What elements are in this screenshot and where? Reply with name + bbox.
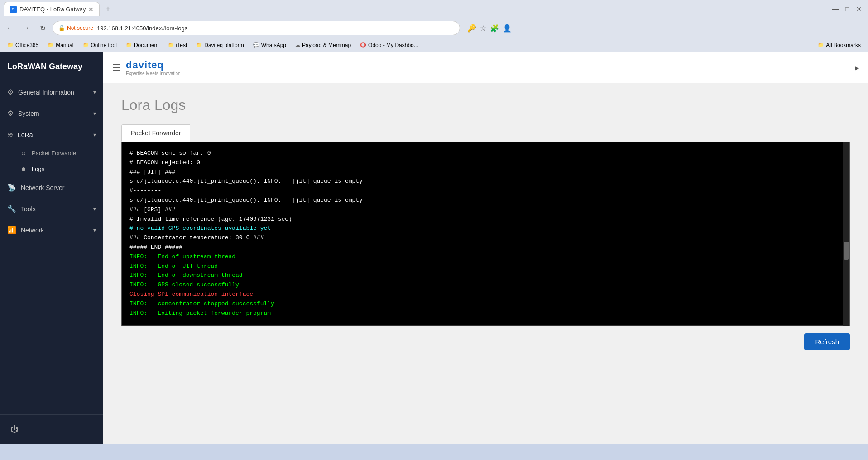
terminal-line: INFO: End of JIT thread bbox=[129, 262, 842, 271]
tab-close-button[interactable]: ✕ bbox=[88, 6, 94, 13]
active-tab[interactable]: D DAVITEQ - LoRa Gatway ✕ bbox=[4, 2, 100, 16]
whatsapp-icon: 💬 bbox=[253, 42, 259, 48]
sidebar-item-network-server[interactable]: 📡 Network Server bbox=[0, 177, 103, 198]
window-controls: — □ ✕ bbox=[830, 4, 864, 14]
browser-chrome: D DAVITEQ - LoRa Gatway ✕ + — □ ✕ ← → ↻ … bbox=[0, 0, 868, 52]
system-icon: ⚙ bbox=[7, 109, 14, 118]
folder-icon: 📁 bbox=[126, 42, 132, 48]
not-secure-indicator: 🔓 Not secure bbox=[58, 25, 93, 31]
minimize-button[interactable]: — bbox=[830, 4, 841, 14]
terminal-line: Closing SPI communication interface bbox=[129, 290, 842, 299]
extension-icon[interactable]: 🧩 bbox=[490, 24, 499, 33]
sidebar-title: LoRaWAN Gateway bbox=[0, 52, 103, 81]
terminal-line: ##### END ##### bbox=[129, 243, 842, 252]
main-content: ☰ daviteq Expertise Meets Innovation ▸ L… bbox=[103, 52, 868, 444]
sidebar-item-system[interactable]: ⚙ System ▾ bbox=[0, 103, 103, 124]
reload-button[interactable]: ↻ bbox=[36, 22, 49, 34]
bookmark-itest[interactable]: 📁 iTest bbox=[164, 41, 191, 49]
tab-navigation: Packet Forwarder bbox=[121, 124, 850, 142]
tab-packet-forwarder[interactable]: Packet Forwarder bbox=[121, 124, 190, 142]
odoo-icon: ⭕ bbox=[360, 42, 366, 48]
hamburger-menu-button[interactable]: ☰ bbox=[112, 62, 120, 73]
chevron-down-icon: ▾ bbox=[93, 110, 96, 117]
bookmark-payload[interactable]: ☁ Payload & Memmap bbox=[292, 41, 355, 49]
logo-text: daviteq bbox=[126, 59, 181, 71]
power-button[interactable]: ⏻ bbox=[7, 422, 22, 436]
page-title: Lora Logs bbox=[121, 97, 850, 114]
star-icon[interactable]: ☆ bbox=[480, 24, 486, 33]
folder-icon: 📁 bbox=[83, 42, 89, 48]
sidebar-sub-item-packet-forwarder[interactable]: Packet Forwarder bbox=[0, 145, 103, 161]
terminal-line: INFO: Exiting packet forwarder program bbox=[129, 309, 842, 318]
bookmark-daviteq-platform[interactable]: 📁 Daviteq platform bbox=[192, 41, 247, 49]
terminal-wrapper: # BEACON sent so far: 0# BEACON rejected… bbox=[121, 142, 850, 326]
back-button[interactable]: ← bbox=[4, 22, 16, 34]
dot-icon bbox=[22, 167, 25, 171]
address-input[interactable]: 🔓 Not secure 192.168.1.21:4050/index#lor… bbox=[53, 21, 460, 35]
bookmark-odoo[interactable]: ⭕ Odoo - My Dashbo... bbox=[356, 41, 422, 49]
chevron-down-icon: ▾ bbox=[93, 132, 96, 138]
tab-title: DAVITEQ - LoRa Gatway bbox=[19, 6, 86, 13]
folder-icon: 📁 bbox=[7, 42, 14, 48]
refresh-button[interactable]: Refresh bbox=[804, 333, 850, 350]
bookmark-document[interactable]: 📁 Document bbox=[122, 41, 163, 49]
sidebar-sub-item-logs[interactable]: Logs bbox=[0, 161, 103, 177]
tab-favicon: D bbox=[10, 6, 17, 13]
folder-icon: 📁 bbox=[48, 42, 54, 48]
terminal-line: #-------- bbox=[129, 186, 842, 196]
terminal-scrollbar-thumb[interactable] bbox=[844, 242, 849, 260]
network-icon: 📶 bbox=[7, 226, 16, 234]
terminal-line: # BEACON rejected: 0 bbox=[129, 158, 842, 168]
sidebar-item-network[interactable]: 📶 Network ▾ bbox=[0, 219, 103, 241]
terminal-line: # no valid GPS coordinates available yet bbox=[129, 224, 842, 233]
terminal-line: ### [JIT] ### bbox=[129, 168, 842, 177]
profile-icon[interactable]: 👤 bbox=[503, 24, 512, 33]
new-tab-button[interactable]: + bbox=[101, 3, 114, 15]
terminal-line: src/jitqueue.c:440:jit_print_queue(): IN… bbox=[129, 196, 842, 205]
close-button[interactable]: ✕ bbox=[854, 4, 864, 14]
terminal-line: # Invalid time reference (age: 174097123… bbox=[129, 215, 842, 224]
address-bar: ← → ↻ 🔓 Not secure 192.168.1.21:4050/ind… bbox=[0, 18, 868, 38]
bookmarks-bar: 📁 Office365 📁 Manual 📁 Online tool 📁 Doc… bbox=[0, 38, 868, 52]
chevron-down-icon: ▾ bbox=[93, 206, 96, 212]
terminal-line: INFO: GPS closed successfully bbox=[129, 280, 842, 290]
daviteq-logo: daviteq Expertise Meets Innovation bbox=[126, 59, 181, 76]
cloud-icon: ☁ bbox=[295, 42, 300, 48]
bookmark-all[interactable]: 📁 All Bookmarks bbox=[814, 41, 864, 49]
top-bar-right-icon[interactable]: ▸ bbox=[855, 63, 859, 73]
app-container: LoRaWAN Gateway ⚙ General Information ▾ … bbox=[0, 52, 868, 444]
key-icon[interactable]: 🔑 bbox=[467, 24, 476, 33]
server-icon: 📡 bbox=[7, 183, 16, 192]
sidebar-bottom: ⏻ bbox=[0, 414, 103, 444]
terminal-line: ### Concentrator temperature: 30 C ### bbox=[129, 233, 842, 243]
folder-icon: 📁 bbox=[818, 42, 824, 48]
maximize-button[interactable]: □ bbox=[842, 4, 853, 14]
forward-button[interactable]: → bbox=[20, 22, 33, 34]
chevron-down-icon: ▾ bbox=[93, 89, 96, 95]
address-icons: 🔑 ☆ 🧩 👤 bbox=[467, 24, 512, 33]
sidebar-item-general-information[interactable]: ⚙ General Information ▾ bbox=[0, 81, 103, 103]
terminal-line: # BEACON sent so far: 0 bbox=[129, 149, 842, 158]
logo-tagline: Expertise Meets Innovation bbox=[126, 71, 181, 76]
sidebar-item-tools[interactable]: 🔧 Tools ▾ bbox=[0, 198, 103, 219]
dot-icon bbox=[22, 152, 25, 155]
tools-icon: 🔧 bbox=[7, 204, 16, 213]
bookmark-whatsapp[interactable]: 💬 WhatsApp bbox=[249, 41, 290, 49]
gear-icon: ⚙ bbox=[7, 88, 14, 96]
terminal-scrollbar[interactable] bbox=[843, 142, 849, 326]
bookmark-online-tool[interactable]: 📁 Online tool bbox=[79, 41, 120, 49]
top-bar: ☰ daviteq Expertise Meets Innovation ▸ bbox=[103, 52, 868, 83]
bookmark-manual[interactable]: 📁 Manual bbox=[44, 41, 77, 49]
terminal-line: src/jitqueue.c:440:jit_print_queue(): IN… bbox=[129, 177, 842, 186]
terminal-line: INFO: End of downstream thread bbox=[129, 271, 842, 280]
sidebar: LoRaWAN Gateway ⚙ General Information ▾ … bbox=[0, 52, 103, 444]
bookmark-office365[interactable]: 📁 Office365 bbox=[4, 41, 42, 49]
url-display: 192.168.1.21:4050/index#lora-logs bbox=[97, 25, 187, 32]
sidebar-item-lora[interactable]: ≋ LoRa ▾ bbox=[0, 124, 103, 145]
folder-icon: 📁 bbox=[196, 42, 202, 48]
chevron-down-icon: ▾ bbox=[93, 227, 96, 233]
terminal-line: ### [GPS] ### bbox=[129, 205, 842, 215]
terminal-line: INFO: End of upstream thread bbox=[129, 252, 842, 262]
terminal-line: INFO: concentrator stopped successfully bbox=[129, 299, 842, 309]
title-bar: D DAVITEQ - LoRa Gatway ✕ + — □ ✕ bbox=[0, 0, 868, 18]
